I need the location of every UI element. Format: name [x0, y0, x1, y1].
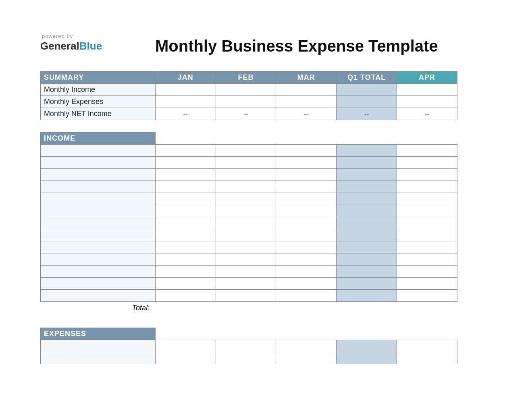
cell[interactable] — [155, 253, 216, 266]
cell[interactable] — [276, 193, 337, 205]
cell[interactable] — [155, 290, 216, 302]
cell[interactable] — [155, 340, 216, 352]
cell[interactable] — [397, 290, 457, 302]
cell[interactable] — [216, 266, 276, 278]
cell-q1 — [337, 340, 397, 352]
cell[interactable] — [276, 266, 337, 278]
cell[interactable] — [155, 169, 216, 181]
cell[interactable] — [397, 241, 457, 253]
header: powered by GeneralBlue Monthly Business … — [40, 32, 492, 55]
cell[interactable] — [155, 96, 216, 108]
row-label[interactable] — [41, 217, 156, 229]
cell[interactable] — [216, 169, 276, 181]
cell[interactable] — [397, 193, 457, 205]
logo-general: General — [40, 40, 79, 52]
cell[interactable] — [276, 290, 337, 302]
cell[interactable] — [397, 253, 457, 266]
cell[interactable] — [397, 278, 457, 290]
summary-row-net: Monthly NET Income -- -- -- -- -- — [41, 108, 457, 120]
cell[interactable] — [216, 241, 276, 253]
cell[interactable] — [276, 278, 337, 290]
cell[interactable] — [216, 96, 276, 108]
cell[interactable] — [276, 205, 337, 217]
cell[interactable] — [276, 217, 337, 229]
cell[interactable] — [397, 157, 457, 169]
cell[interactable] — [397, 181, 457, 193]
cell-q1 — [337, 217, 397, 229]
cell[interactable] — [155, 229, 216, 241]
cell[interactable] — [216, 290, 276, 302]
col-mar: MAR — [276, 72, 337, 84]
cell[interactable] — [276, 157, 337, 169]
cell[interactable] — [276, 145, 337, 157]
cell[interactable] — [397, 96, 457, 108]
row-label[interactable] — [41, 253, 156, 266]
cell[interactable] — [397, 169, 457, 181]
cell-q1 — [337, 205, 397, 217]
cell[interactable] — [155, 278, 216, 290]
row-label[interactable] — [41, 145, 156, 157]
cell[interactable] — [276, 181, 337, 193]
cell[interactable] — [216, 84, 276, 96]
cell[interactable] — [397, 229, 457, 241]
powered-by-text: powered by — [42, 33, 155, 39]
cell-q1 — [337, 278, 397, 290]
cell[interactable] — [216, 157, 276, 169]
row-label[interactable] — [41, 278, 156, 290]
table-row — [41, 253, 457, 266]
cell: -- — [276, 108, 337, 120]
cell[interactable] — [397, 205, 457, 217]
cell[interactable] — [397, 340, 457, 352]
table-row — [41, 217, 457, 229]
cell[interactable] — [216, 253, 276, 266]
row-label[interactable] — [41, 169, 156, 181]
cell[interactable] — [155, 157, 216, 169]
cell[interactable] — [276, 229, 337, 241]
cell[interactable] — [155, 193, 216, 205]
cell[interactable] — [397, 84, 457, 96]
cell[interactable] — [216, 278, 276, 290]
row-label[interactable] — [41, 290, 156, 302]
cell[interactable] — [155, 84, 216, 96]
cell[interactable] — [155, 145, 216, 157]
cell[interactable] — [276, 84, 337, 96]
cell[interactable] — [155, 352, 216, 364]
table-row — [41, 169, 457, 181]
cell[interactable] — [276, 340, 337, 352]
cell[interactable] — [216, 229, 276, 241]
cell[interactable] — [155, 205, 216, 217]
cell[interactable] — [276, 241, 337, 253]
row-label[interactable] — [41, 352, 156, 364]
row-label[interactable] — [41, 241, 156, 253]
row-label[interactable] — [41, 193, 156, 205]
cell[interactable] — [155, 181, 216, 193]
row-label[interactable] — [41, 340, 156, 352]
row-label[interactable] — [41, 157, 156, 169]
cell[interactable] — [216, 340, 276, 352]
cell[interactable] — [216, 181, 276, 193]
cell[interactable] — [397, 145, 457, 157]
cell[interactable] — [216, 217, 276, 229]
cell-q1 — [337, 266, 397, 278]
row-label[interactable] — [41, 205, 156, 217]
cell[interactable] — [397, 352, 457, 364]
cell[interactable] — [276, 96, 337, 108]
cell[interactable] — [155, 266, 216, 278]
cell-q1 — [337, 352, 397, 364]
row-label[interactable] — [41, 266, 156, 278]
cell[interactable] — [216, 145, 276, 157]
table-row — [41, 266, 457, 278]
cell[interactable] — [397, 266, 457, 278]
cell[interactable] — [155, 241, 216, 253]
col-q1: Q1 TOTAL — [337, 72, 397, 84]
cell[interactable] — [155, 217, 216, 229]
cell[interactable] — [276, 253, 337, 266]
cell[interactable] — [276, 352, 337, 364]
cell[interactable] — [216, 352, 276, 364]
cell[interactable] — [216, 193, 276, 205]
row-label[interactable] — [41, 181, 156, 193]
row-label[interactable] — [41, 229, 156, 241]
cell[interactable] — [397, 217, 457, 229]
cell[interactable] — [216, 205, 276, 217]
cell[interactable] — [276, 169, 337, 181]
